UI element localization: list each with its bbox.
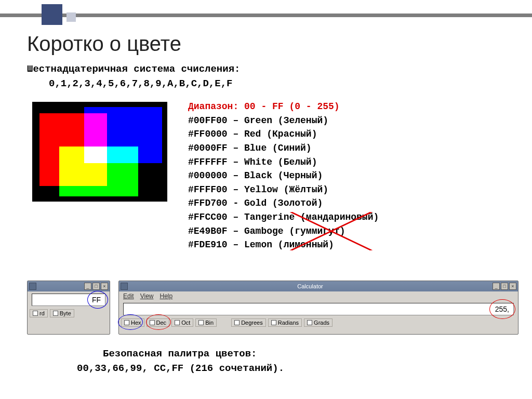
color-row: #FFD700 - Gold (Золотой)	[188, 196, 379, 210]
number-type-row: rd Byte	[28, 308, 110, 318]
color-row: #0000FF – Blue (Синий)	[188, 141, 379, 155]
color-row: #000000 – Black (Черный)	[188, 169, 379, 183]
minimize-icon[interactable]: _	[493, 283, 500, 290]
calculator-window-hex: _ □ × FF rd Byte	[27, 281, 110, 335]
window-buttons: _ □ ×	[493, 283, 516, 290]
range-line: Диапазон: 00 - FF (0 - 255)	[188, 100, 379, 114]
menubar: Edit View Help	[119, 291, 518, 301]
base-angle-row: Hex Dec Oct Bin Degrees Radians Grads	[119, 317, 518, 328]
radio-radians[interactable]: Radians	[268, 318, 302, 327]
calculator-window-dec: Calculator _ □ × Edit View Help 255, Hex…	[118, 281, 518, 335]
radio-label: Oct	[181, 320, 190, 326]
radio-label: Radians	[278, 320, 299, 326]
display-value: FF	[92, 296, 101, 304]
header-line	[0, 14, 532, 17]
calc-display: FF	[32, 294, 105, 306]
radio-label: Grads	[314, 320, 329, 326]
color-row: #FFCC00 – Tangerine (мандариновый)	[188, 210, 379, 224]
close-icon[interactable]: ×	[509, 283, 516, 290]
crossed-out-rows: #FFCC00 – Tangerine (мандариновый) #E49B…	[188, 210, 379, 252]
safe-palette-values: 00,33,66,99, CC,FF (216 сочетаний).	[77, 363, 284, 374]
color-row: #FDE910 – Lemon (лимонный)	[188, 238, 379, 252]
color-row: #00FF00 – Green (Зеленый)	[188, 114, 379, 128]
safe-palette-title: Безопасная палитра цветов:	[103, 348, 257, 360]
window-title: Calculator	[128, 283, 493, 289]
display-value: 255,	[495, 305, 509, 313]
header-square-large	[42, 4, 62, 25]
page-title: Коротко о цвете	[27, 32, 181, 56]
maximize-icon[interactable]: □	[92, 283, 100, 290]
header-square-small	[66, 12, 76, 22]
menu-help[interactable]: Help	[159, 292, 172, 300]
green-square	[59, 147, 138, 196]
maximize-icon[interactable]: □	[501, 283, 508, 290]
color-codes-list: Диапазон: 00 - FF (0 - 255) #00FF00 – Gr…	[188, 100, 379, 252]
close-icon[interactable]: ×	[101, 283, 108, 290]
app-icon	[121, 283, 128, 290]
radio-dec[interactable]: Dec	[147, 318, 170, 327]
radio-rd[interactable]: rd	[30, 309, 48, 317]
hex-digits: 0,1,2,3,4,5,6,7,8,9,A,B,C,D,E,F	[49, 78, 232, 89]
radio-label: Degrees	[241, 320, 263, 326]
minimize-icon[interactable]: _	[84, 283, 91, 290]
calculator-screenshots: _ □ × FF rd Byte Calculator _ □ × Edit V…	[27, 281, 518, 338]
radio-grads[interactable]: Grads	[304, 318, 332, 327]
radio-degrees[interactable]: Degrees	[231, 318, 266, 327]
window-buttons: _ □ ×	[84, 283, 108, 290]
radio-label: Dec	[156, 320, 167, 326]
radio-bin[interactable]: Bin	[195, 318, 217, 327]
titlebar: _ □ ×	[28, 281, 110, 291]
app-icon	[29, 283, 36, 290]
radio-label: Hex	[131, 320, 141, 326]
titlebar: Calculator _ □ ×	[119, 281, 518, 291]
subtitle: Шестнадцатеричная система счисления:	[27, 63, 240, 75]
radio-hex[interactable]: Hex	[121, 318, 144, 327]
radio-label: Byte	[60, 310, 71, 316]
radio-byte[interactable]: Byte	[50, 309, 74, 317]
radio-label: rd	[39, 310, 45, 316]
radio-oct[interactable]: Oct	[171, 318, 193, 327]
header-decoration	[0, 0, 532, 27]
menu-view[interactable]: View	[140, 292, 154, 300]
color-row: #FFFFFF – White (Белый)	[188, 155, 379, 169]
color-row: #E49B0F – Gamboge (гуммигут)	[188, 224, 379, 238]
rgb-color-model-illustration	[32, 102, 167, 202]
calc-display: 255,	[123, 303, 514, 315]
menu-edit[interactable]: Edit	[123, 292, 134, 300]
color-row: #FF0000 – Red (Красный)	[188, 127, 379, 141]
radio-label: Bin	[205, 320, 214, 326]
color-row: #FFFF00 – Yellow (Жёлтый)	[188, 183, 379, 197]
